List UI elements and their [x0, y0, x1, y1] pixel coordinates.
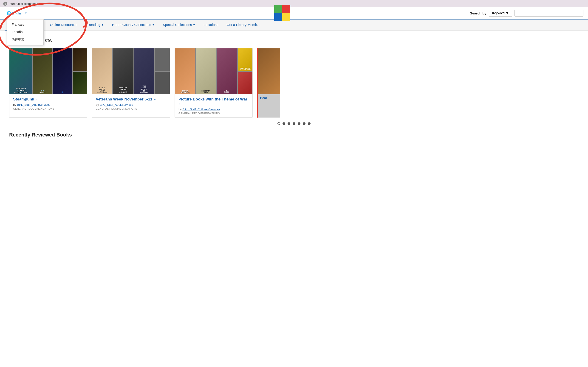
book-column-vet — [155, 48, 170, 94]
carousel-dot-6[interactable] — [303, 122, 305, 125]
staff-list-card-picture-books[interactable]: BUNNYTHE BRAVE SERGEANTBILLY A Bearin Wa… — [174, 48, 253, 118]
lang-option-espanol[interactable]: Español — [7, 28, 43, 35]
library-logo[interactable] — [274, 5, 290, 21]
card-body-veterans: Veterans Week November 5-11 » by BPL_Sta… — [92, 94, 170, 113]
card-tag-veterans: GENERAL RECOMMENDATIONS — [96, 107, 166, 110]
staff-lists-title: Recent Staff Lists — [9, 38, 579, 44]
search-area: Search by Keyword ▼ — [470, 10, 583, 17]
bear-card-title-partial: Bear — [260, 96, 278, 100]
bear-card-cover-partial — [258, 48, 280, 94]
author-link-steampunk[interactable]: BPL_Staff_AdultServices — [17, 103, 50, 106]
address-bar: ⊕ huron.bibliocommons.com — [0, 0, 588, 7]
carousel-dot-4[interactable] — [293, 122, 295, 125]
search-type-button[interactable]: Keyword ▼ — [489, 10, 512, 17]
lang-option-francais[interactable]: Français — [7, 21, 43, 28]
recently-reviewed-section: Recently Reviewed Books — [9, 132, 579, 138]
search-input[interactable] — [515, 10, 583, 17]
bear-card-body-partial: Bear — [258, 94, 280, 102]
book-pic-multi — [238, 72, 252, 94]
url-text: huron.bibliocommons.com — [10, 2, 44, 6]
staff-list-card-bear-partial[interactable]: Bear — [257, 48, 280, 118]
special-arrow-icon: ▼ — [193, 23, 195, 26]
language-button[interactable]: 🌐 English ▼ — [5, 10, 29, 16]
veterans-arrow: » — [153, 97, 156, 101]
nav-item-ereading[interactable]: eReading ▼ — [82, 19, 108, 31]
book-gears-dynasty: ⚙️⚙️DYNASTY — [33, 48, 52, 94]
search-type-arrow: ▼ — [506, 11, 509, 15]
logo-icon — [274, 5, 290, 21]
browser-icon: ⊕ — [3, 2, 7, 6]
book-vet5 — [155, 72, 170, 94]
card-title-picture-books[interactable]: Picture Books with the Theme of War » — [179, 97, 249, 106]
carousel-dot-5[interactable] — [298, 122, 300, 125]
search-type-label: Keyword — [492, 11, 505, 15]
carousel-dot-3[interactable] — [288, 122, 290, 125]
author-link-veterans[interactable]: BPL_Staff_AdultServices — [100, 103, 133, 106]
carousel-dot-1[interactable] — [277, 122, 280, 125]
book-steampunk5 — [73, 72, 87, 94]
book-sergeant-billy: SERGEANTBILLY — [196, 48, 216, 94]
globe-icon: 🌐 — [6, 11, 11, 15]
book-column-small — [73, 48, 87, 94]
staff-list-card-steampunk[interactable]: ARABELLAOF MARSDAVID D. LEVINE ⚙️⚙️DYNAS… — [9, 48, 87, 118]
main-content: Recent Staff Lists ARABELLAOF MARSDAVID … — [0, 31, 588, 149]
author-link-picture-books[interactable]: BPL_Staff_ChildrenServices — [182, 108, 220, 111]
utility-bar: 🌐 English ▼ Français Español 简体中文 Search… — [0, 7, 588, 19]
logo-sq-green — [274, 5, 282, 13]
book-by-the-ghost-light: BY THEGHOSTLIGHTR.H. THOMSON — [92, 48, 112, 94]
book-column-pic: WHEN WE HADTO LEAVE HOME — [238, 48, 252, 94]
staff-lists-carousel: ARABELLAOF MARSDAVID D. LEVINE ⚙️⚙️DYNAS… — [9, 48, 579, 118]
book-steampunk4 — [73, 48, 87, 71]
card-body-steampunk: Steampunk » by BPL_Staff_AdultServices G… — [9, 94, 87, 113]
card-author-picture-books: by BPL_Staff_ChildrenServices — [179, 108, 249, 111]
logo-sq-red — [282, 5, 290, 13]
nav-item-get-membership[interactable]: Get a Library Memb… — [223, 19, 265, 31]
card-tag-picture-books: GENERAL RECOMMENDATIONS — [179, 112, 249, 115]
chevron-down-icon: ▼ — [25, 12, 27, 15]
nav-item-special-collections[interactable]: Special Collections ▼ — [159, 19, 199, 31]
carousel-dots — [9, 122, 579, 125]
nav-item-huron-county[interactable]: Huron County Collections ▼ — [108, 19, 159, 31]
carousel-dot-2[interactable] — [283, 122, 285, 125]
steampunk-arrow: » — [35, 97, 37, 101]
recently-reviewed-title: Recently Reviewed Books — [9, 132, 579, 138]
book-bear-in-war: A Bearin War — [217, 48, 237, 94]
huron-arrow-icon: ▼ — [152, 23, 155, 26]
card-title-steampunk[interactable]: Steampunk » — [13, 97, 83, 102]
language-selector-container: 🌐 English ▼ Français Español 简体中文 — [5, 10, 29, 16]
card-author-steampunk: by BPL_Staff_AdultServices — [13, 103, 83, 106]
search-label: Search by — [470, 11, 486, 15]
card-cover-veterans: BY THEGHOSTLIGHTR.H. THOMSON BATTLE OFBR… — [92, 48, 170, 94]
card-tag-steampunk: GENERAL RECOMMENDATIONS — [13, 107, 83, 110]
book-arabella-of-mars: ARABELLAOF MARSDAVID D. LEVINE — [9, 48, 32, 94]
ereading-arrow-icon: ▼ — [101, 23, 104, 26]
staff-list-card-veterans[interactable]: BY THEGHOSTLIGHTR.H. THOMSON BATTLE OFBR… — [92, 48, 170, 118]
lang-option-chinese[interactable]: 简体中文 — [7, 35, 43, 43]
book-pic-when-we-had: WHEN WE HADTO LEAVE HOME — [238, 48, 252, 71]
logo-sq-yellow — [282, 13, 290, 21]
language-label: English — [12, 11, 23, 15]
nav-item-online-resources[interactable]: Online Resources — [46, 19, 81, 31]
card-body-picture-books: Picture Books with the Theme of War » by… — [175, 94, 252, 117]
nav-item-locations[interactable]: Locations — [199, 19, 222, 31]
card-cover-picture-books: BUNNYTHE BRAVE SERGEANTBILLY A Bearin Wa… — [175, 48, 252, 94]
picture-books-arrow: » — [179, 102, 181, 106]
card-author-veterans: by BPL_Staff_AdultServices — [96, 103, 166, 106]
navigation-bar: Home Explore ▼ Online Resources eReading… — [0, 19, 588, 31]
carousel-dot-7[interactable] — [308, 122, 311, 125]
book-bunny-brave: BUNNYTHE BRAVE — [175, 48, 195, 94]
logo-sq-blue — [274, 13, 282, 21]
book-vet4 — [155, 48, 170, 71]
book-battle-of-britain: BATTLE OFBRITAINTIM COOKTED BARRIS — [113, 48, 133, 94]
book-secret-history: THESECRETHISTORYOFSOLDIERS — [134, 48, 154, 94]
card-cover-steampunk: ARABELLAOF MARSDAVID D. LEVINE ⚙️⚙️DYNAS… — [9, 48, 87, 94]
language-dropdown: Français Español 简体中文 — [7, 19, 44, 45]
card-title-veterans[interactable]: Veterans Week November 5-11 » — [96, 97, 166, 102]
book-dark-steampunk: 🌀 — [53, 48, 72, 94]
